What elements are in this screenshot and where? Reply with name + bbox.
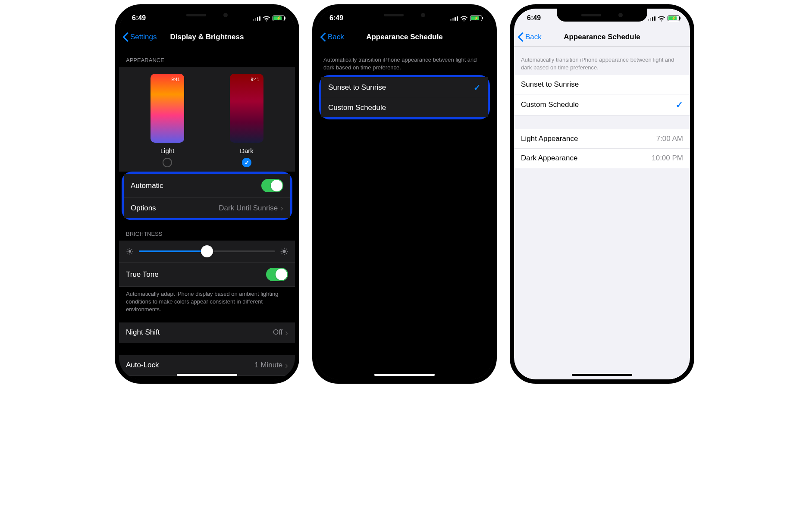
svg-line-7 <box>128 253 129 254</box>
dark-appearance-time: 10:00 PM <box>652 154 683 163</box>
navbar: Back Appearance Schedule <box>317 28 492 47</box>
phone-display-brightness: 6:49 ⚡ Settings Display & Brightness APP… <box>115 4 299 384</box>
checkmark-icon: ✓ <box>676 100 683 110</box>
dark-label: Dark <box>230 147 263 154</box>
svg-point-9 <box>282 250 286 253</box>
dark-appearance-label: Dark Appearance <box>521 154 577 163</box>
brightness-slider-row[interactable] <box>119 241 295 263</box>
true-tone-switch[interactable] <box>266 268 288 281</box>
schedule-desc: Automatically transition iPhone appearan… <box>514 47 690 75</box>
back-button[interactable]: Back <box>320 32 344 42</box>
light-appearance-row[interactable]: Light Appearance 7:00 AM <box>514 129 690 149</box>
brightness-header: BRIGHTNESS <box>119 220 295 241</box>
back-label: Settings <box>130 33 157 41</box>
dark-appearance-row[interactable]: Dark Appearance 10:00 PM <box>514 149 690 168</box>
wifi-icon <box>263 16 270 21</box>
options-value: Dark Until Sunrise <box>219 204 278 213</box>
navbar: Back Appearance Schedule <box>514 28 690 47</box>
chevron-left-icon <box>320 32 326 42</box>
signal-icon <box>253 16 260 21</box>
status-indicators: ⚡ <box>648 16 680 21</box>
svg-line-17 <box>286 249 287 250</box>
light-appearance-label: Light Appearance <box>521 135 578 143</box>
home-indicator[interactable] <box>177 374 237 376</box>
light-appearance-time: 7:00 AM <box>656 135 683 143</box>
highlight-schedule-options: Sunset to Sunrise ✓ Custom Schedule <box>319 75 490 119</box>
options-row[interactable]: Options Dark Until Sunrise › <box>124 198 290 218</box>
dark-radio[interactable] <box>242 158 251 167</box>
svg-line-6 <box>132 253 132 254</box>
status-time: 6:49 <box>132 14 146 22</box>
battery-icon: ⚡ <box>273 16 285 21</box>
battery-icon: ⚡ <box>470 16 482 21</box>
phone-schedule-dark: 6:49 ⚡ Back Appearance Schedule Automati… <box>312 4 497 384</box>
home-indicator[interactable] <box>572 374 632 376</box>
chevron-left-icon <box>122 32 129 42</box>
auto-lock-row[interactable]: Auto-Lock 1 Minute › <box>119 355 295 376</box>
sunset-sunrise-row[interactable]: Sunset to Sunrise <box>514 75 690 94</box>
home-indicator[interactable] <box>374 374 435 376</box>
notch <box>557 9 647 22</box>
svg-line-16 <box>282 253 282 254</box>
auto-lock-value: 1 Minute <box>254 361 282 369</box>
auto-lock-label: Auto-Lock <box>126 361 159 369</box>
custom-label: Custom Schedule <box>328 103 386 112</box>
appearance-header: APPEARANCE <box>119 47 295 67</box>
custom-schedule-row[interactable]: Custom Schedule ✓ <box>514 94 690 116</box>
status-indicators: ⚡ <box>450 16 482 21</box>
back-label: Back <box>525 33 542 41</box>
signal-icon <box>648 16 655 21</box>
light-radio[interactable] <box>163 158 172 167</box>
back-button[interactable]: Back <box>517 32 542 42</box>
true-tone-desc: Automatically adapt iPhone display based… <box>119 287 295 317</box>
night-shift-row[interactable]: Night Shift Off › <box>119 322 295 343</box>
wifi-icon <box>658 16 665 21</box>
chevron-right-icon: › <box>285 360 288 370</box>
appearance-option-dark[interactable]: 9:41 Dark <box>230 74 263 167</box>
highlight-automatic-options: Automatic Options Dark Until Sunrise › <box>122 172 292 220</box>
status-indicators: ⚡ <box>253 16 285 21</box>
appearance-picker: 9:41 Light 9:41 Dark <box>119 67 295 172</box>
checkmark-icon: ✓ <box>473 82 481 93</box>
light-label: Light <box>151 147 184 154</box>
svg-line-5 <box>128 249 129 250</box>
true-tone-row[interactable]: True Tone <box>119 263 295 287</box>
true-tone-label: True Tone <box>126 270 159 279</box>
sunset-label: Sunset to Sunrise <box>328 83 386 92</box>
svg-line-14 <box>282 249 282 250</box>
brightness-slider[interactable] <box>139 250 275 252</box>
chevron-left-icon <box>517 32 524 42</box>
schedule-desc: Automatically transition iPhone appearan… <box>317 47 492 75</box>
automatic-switch[interactable] <box>261 179 283 192</box>
chevron-right-icon: › <box>285 328 288 338</box>
notch <box>162 9 252 22</box>
automatic-row[interactable]: Automatic <box>124 174 290 198</box>
sunset-sunrise-row[interactable]: Sunset to Sunrise ✓ <box>321 77 488 98</box>
phone-schedule-light: 6:49 ⚡ Back Appearance Schedule Automati… <box>510 4 694 384</box>
appearance-option-light[interactable]: 9:41 Light <box>151 74 184 167</box>
options-label: Options <box>131 204 156 213</box>
night-shift-label: Night Shift <box>126 328 160 337</box>
signal-icon <box>450 16 458 21</box>
status-time: 6:49 <box>329 14 343 22</box>
custom-label: Custom Schedule <box>521 100 579 109</box>
chevron-right-icon: › <box>280 203 283 213</box>
dark-thumbnail: 9:41 <box>230 74 263 143</box>
light-thumbnail: 9:41 <box>151 74 184 143</box>
notch <box>359 9 450 22</box>
svg-line-15 <box>286 253 287 254</box>
status-time: 6:49 <box>527 14 541 22</box>
sunset-label: Sunset to Sunrise <box>521 80 579 89</box>
sun-large-icon <box>280 247 288 255</box>
custom-schedule-row[interactable]: Custom Schedule <box>321 98 488 117</box>
navbar: Settings Display & Brightness <box>119 28 295 47</box>
back-button[interactable]: Settings <box>122 32 157 42</box>
battery-icon: ⚡ <box>668 16 680 21</box>
sun-small-icon <box>126 247 134 255</box>
wifi-icon <box>461 16 467 21</box>
automatic-label: Automatic <box>131 182 163 190</box>
back-label: Back <box>328 33 344 41</box>
svg-line-8 <box>132 249 132 250</box>
slider-thumb[interactable] <box>201 245 213 257</box>
svg-point-0 <box>129 250 131 253</box>
